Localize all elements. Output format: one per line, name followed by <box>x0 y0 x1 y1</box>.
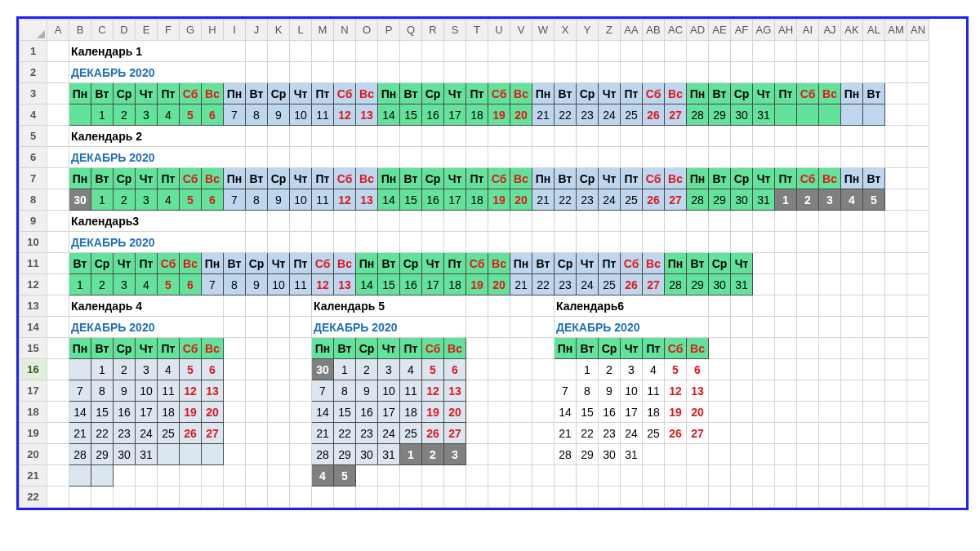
title-cal2[interactable]: Календарь 2 <box>69 126 246 147</box>
dow-cell[interactable]: Вт <box>709 168 731 189</box>
day-cell[interactable]: 7 <box>224 189 246 211</box>
cell[interactable] <box>819 211 841 232</box>
cell[interactable] <box>532 62 555 83</box>
dow-cell[interactable]: Пн <box>356 253 378 274</box>
cell[interactable] <box>444 126 466 147</box>
cell[interactable] <box>643 487 665 508</box>
cell[interactable] <box>158 487 180 508</box>
day-cell[interactable]: 3 <box>114 274 136 295</box>
cell[interactable] <box>47 253 69 274</box>
day-cell[interactable]: 18 <box>444 274 466 295</box>
day-cell[interactable]: 18 <box>643 402 665 423</box>
cell[interactable] <box>532 147 555 168</box>
cell[interactable] <box>312 487 334 508</box>
day-cell[interactable]: 12 <box>665 380 687 402</box>
cell[interactable] <box>555 232 577 253</box>
day-cell[interactable]: 10 <box>378 380 400 402</box>
cell[interactable] <box>268 338 290 359</box>
cell[interactable] <box>246 295 268 317</box>
cell[interactable] <box>709 126 731 147</box>
row-header[interactable]: 4 <box>20 104 47 126</box>
cell[interactable] <box>709 211 731 232</box>
cell[interactable] <box>885 232 907 253</box>
cell[interactable] <box>907 465 929 487</box>
day-cell[interactable]: 15 <box>378 274 400 295</box>
dow-cell[interactable]: Пн <box>69 168 91 189</box>
dow-cell[interactable]: Вс <box>819 168 841 189</box>
day-cell[interactable]: 22 <box>91 423 114 444</box>
day-cell[interactable]: 26 <box>643 189 665 211</box>
dow-cell[interactable]: Пн <box>69 83 91 104</box>
cell[interactable] <box>687 41 709 62</box>
cell[interactable] <box>510 126 532 147</box>
day-cell[interactable]: 4 <box>312 465 334 487</box>
cell[interactable] <box>356 41 378 62</box>
cell[interactable] <box>246 359 268 380</box>
day-cell[interactable]: 8 <box>91 380 114 402</box>
row-header[interactable]: 12 <box>20 274 47 295</box>
cell[interactable] <box>136 487 158 508</box>
day-cell[interactable]: 11 <box>158 380 180 402</box>
day-cell[interactable]: 22 <box>334 423 356 444</box>
column-header[interactable]: AM <box>885 20 907 41</box>
day-cell[interactable]: 31 <box>621 444 643 465</box>
cell[interactable] <box>907 211 929 232</box>
cell[interactable] <box>599 487 621 508</box>
day-cell[interactable]: 31 <box>136 444 158 465</box>
dow-cell[interactable]: Вс <box>665 83 687 104</box>
day-cell[interactable]: 21 <box>532 104 555 126</box>
day-cell[interactable]: 5 <box>158 274 180 295</box>
row-header[interactable]: 21 <box>20 465 47 487</box>
day-cell[interactable]: 13 <box>687 380 709 402</box>
cell[interactable] <box>47 402 69 423</box>
cell[interactable] <box>312 41 334 62</box>
cell[interactable] <box>753 41 775 62</box>
cell[interactable] <box>775 41 797 62</box>
day-cell[interactable]: 6 <box>444 359 466 380</box>
day-cell[interactable]: 16 <box>599 402 621 423</box>
cell[interactable] <box>378 232 400 253</box>
cell[interactable] <box>863 402 885 423</box>
day-cell[interactable]: 11 <box>643 380 665 402</box>
day-cell[interactable]: 27 <box>665 104 687 126</box>
day-cell[interactable] <box>180 444 202 465</box>
day-cell[interactable]: 17 <box>422 274 444 295</box>
column-header[interactable]: D <box>114 20 136 41</box>
day-cell[interactable]: 13 <box>356 104 378 126</box>
cell[interactable] <box>863 317 885 338</box>
dow-cell[interactable]: Чт <box>444 168 466 189</box>
row-header[interactable]: 14 <box>20 317 47 338</box>
column-header[interactable]: S <box>444 20 466 41</box>
day-cell[interactable]: 7 <box>69 380 91 402</box>
dow-cell[interactable]: Пт <box>158 338 180 359</box>
day-cell[interactable] <box>136 465 158 487</box>
month-cal1[interactable]: ДЕКАБРЬ 2020 <box>69 62 246 83</box>
row-header[interactable]: 15 <box>20 338 47 359</box>
cell[interactable] <box>753 402 775 423</box>
cell[interactable] <box>47 126 69 147</box>
day-cell[interactable]: 23 <box>599 423 621 444</box>
cell[interactable] <box>907 41 929 62</box>
day-cell[interactable]: 8 <box>246 189 268 211</box>
day-cell[interactable]: 20 <box>510 104 532 126</box>
dow-cell[interactable]: Вс <box>444 338 466 359</box>
cell[interactable] <box>488 487 510 508</box>
cell[interactable] <box>224 338 246 359</box>
cell[interactable] <box>885 83 907 104</box>
cell[interactable] <box>488 295 510 317</box>
day-cell[interactable] <box>356 465 378 487</box>
cell[interactable] <box>753 444 775 465</box>
cell[interactable] <box>510 62 532 83</box>
day-cell[interactable]: 30 <box>114 444 136 465</box>
cell[interactable] <box>797 211 819 232</box>
day-cell[interactable]: 30 <box>599 444 621 465</box>
cell[interactable] <box>268 62 290 83</box>
cell[interactable] <box>312 62 334 83</box>
day-cell[interactable]: 26 <box>180 423 202 444</box>
day-cell[interactable]: 14 <box>378 189 400 211</box>
day-cell[interactable]: 8 <box>246 104 268 126</box>
cell[interactable] <box>643 211 665 232</box>
cell[interactable] <box>334 126 356 147</box>
day-cell[interactable] <box>158 444 180 465</box>
dow-cell[interactable]: Вт <box>863 168 885 189</box>
